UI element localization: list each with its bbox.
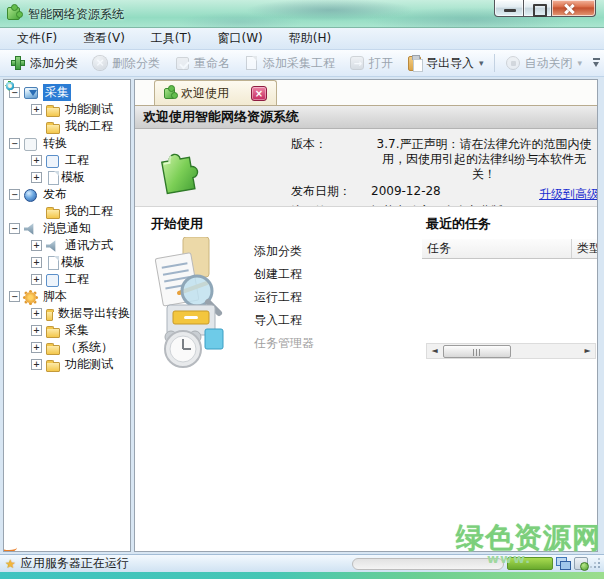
recent-tasks-header: 任务 类型 (422, 239, 598, 259)
maximize-button[interactable] (524, 0, 552, 17)
getting-started-illustration-icon (149, 237, 235, 369)
upgrade-link[interactable]: 升级到高级版 (539, 186, 597, 203)
scrollbar-thumb[interactable] (443, 345, 511, 358)
gear-icon (25, 292, 36, 303)
expand-icon[interactable]: + (31, 172, 42, 183)
toolbar: 添加分类 删除分类 重命名 添加采集工程 打开 导出导入 ▾ 自动关闭 ▾ (0, 50, 604, 77)
expand-icon[interactable]: + (31, 274, 42, 285)
export-import-button[interactable]: 导出导入 ▾ (400, 51, 491, 75)
expand-icon[interactable]: + (31, 257, 42, 268)
menu-file[interactable]: 文件(F) (4, 28, 70, 49)
expand-icon[interactable]: + (31, 240, 42, 251)
collapse-icon[interactable]: − (9, 138, 20, 149)
folder-icon (46, 328, 60, 338)
tree-item-convert[interactable]: − 转换 (4, 135, 130, 152)
project-icon (46, 155, 59, 168)
link-run-project[interactable]: 运行工程 (254, 286, 314, 309)
bottom-border-strip (0, 572, 604, 579)
tree-item-project[interactable]: + 工程 (4, 271, 130, 288)
tree-item-comm-method[interactable]: + 通讯方式 (4, 237, 130, 254)
collapse-icon[interactable]: − (9, 291, 20, 302)
collapse-icon[interactable]: − (9, 189, 20, 200)
status-text: 应用服务器正在运行 (21, 555, 129, 572)
folder-icon (46, 362, 60, 372)
publish-globe-icon (24, 189, 37, 202)
link-add-category[interactable]: 添加分类 (254, 240, 314, 263)
tree-item-collect[interactable]: − 采集 (4, 84, 130, 101)
folder-icon (46, 209, 60, 219)
resize-grip[interactable] (591, 559, 601, 569)
delete-category-button[interactable]: 删除分类 (85, 51, 167, 75)
convert-icon (24, 138, 37, 151)
star-icon: ★ (5, 557, 16, 571)
scroll-left-icon[interactable]: ◄ (427, 344, 442, 358)
app-puzzle-icon (7, 7, 20, 20)
toolbar-overflow-icon[interactable] (592, 58, 601, 70)
menu-help[interactable]: 帮助(H) (276, 28, 344, 49)
tab-close-icon[interactable]: × (251, 86, 267, 101)
column-type[interactable]: 类型 (572, 239, 598, 258)
export-import-icon (408, 56, 421, 71)
progress-track (352, 558, 504, 570)
main-panel: 欢迎使用 × 欢迎使用智能网络资源系统 版本： 3. (134, 79, 598, 552)
project-icon (46, 274, 59, 287)
column-task[interactable]: 任务 (422, 239, 572, 258)
start-links: 添加分类 创建工程 运行工程 导入工程 任务管理器 (254, 240, 314, 355)
minimize-button[interactable] (494, 0, 524, 17)
tree-item-function-test[interactable]: + 功能测试 (4, 356, 130, 373)
big-puzzle-icon (153, 139, 209, 197)
rename-button[interactable]: 重命名 (167, 51, 237, 75)
network-status-icon[interactable] (556, 557, 571, 570)
expand-icon[interactable]: + (31, 325, 42, 336)
window-title: 智能网络资源系统 (28, 6, 124, 23)
auto-close-button[interactable]: 自动关闭 ▾ (498, 51, 590, 75)
menu-view[interactable]: 查看(V) (70, 28, 138, 49)
welcome-content: 开始使用 (135, 207, 597, 552)
tab-welcome[interactable]: 欢迎使用 × (154, 80, 277, 105)
folder-icon (46, 124, 60, 134)
rename-icon (176, 57, 189, 70)
expand-icon[interactable]: + (31, 359, 42, 370)
close-button[interactable] (552, 0, 596, 17)
collapse-icon[interactable]: − (9, 223, 20, 234)
tree-item-message-notify[interactable]: − 消息通知 (4, 220, 130, 237)
watermark-url: www. (487, 551, 531, 566)
start-section-title: 开始使用 (151, 215, 203, 233)
add-category-icon (10, 55, 26, 71)
link-create-project[interactable]: 创建工程 (254, 263, 314, 286)
expand-icon[interactable]: + (31, 104, 42, 115)
tree-item-project[interactable]: + 工程 (4, 152, 130, 169)
new-project-doc-icon (246, 56, 257, 70)
server-status-icon[interactable] (574, 557, 588, 570)
open-button[interactable]: 打开 (342, 51, 400, 75)
link-import-project[interactable]: 导入工程 (254, 309, 314, 332)
version-row: 版本： 3.7.严正声明：请在法律允许的范围内使用，因使用引起的法律纠纷与本软件… (291, 137, 597, 182)
tree-item-template[interactable]: + 模板 (4, 254, 130, 271)
version-value: 3.7.严正声明：请在法律允许的范围内使用，因使用引起的法律纠纷与本软件无关！ (371, 137, 597, 182)
folder-icon (46, 311, 53, 321)
tree-item-my-projects[interactable]: 我的工程 (4, 118, 130, 135)
expand-icon[interactable]: + (31, 342, 42, 353)
recent-tasks-title: 最近的任务 (426, 215, 491, 233)
folder-icon (46, 345, 60, 355)
tree-item-collect-scripts[interactable]: + 采集 (4, 322, 130, 339)
add-collect-project-button[interactable]: 添加采集工程 (237, 51, 342, 75)
dropdown-arrow-icon: ▾ (578, 58, 583, 68)
tree-item-publish[interactable]: − 发布 (4, 186, 130, 203)
collect-icon (24, 87, 38, 99)
tree-item-data-export-convert[interactable]: + 数据导出转换 (4, 305, 130, 322)
expand-icon[interactable]: + (31, 155, 42, 166)
menu-window[interactable]: 窗口(W) (205, 28, 276, 49)
recent-tasks-hscrollbar[interactable]: ◄ ► (426, 343, 596, 359)
add-category-button[interactable]: 添加分类 (3, 51, 85, 75)
tab-bar: 欢迎使用 × (135, 80, 597, 106)
tree-item-function-test[interactable]: + 功能测试 (4, 101, 130, 118)
dropdown-arrow-icon[interactable]: ▾ (479, 58, 484, 68)
menu-tools[interactable]: 工具(T) (138, 28, 205, 49)
tree-item-script[interactable]: − 脚本 (4, 288, 130, 305)
tree-item-template[interactable]: + 模板 (4, 169, 130, 186)
expand-icon[interactable]: + (31, 308, 42, 319)
tree-item-my-projects[interactable]: 我的工程 (4, 203, 130, 220)
scroll-right-icon[interactable]: ► (580, 344, 595, 358)
tree-item-system[interactable]: + （系统） (4, 339, 130, 356)
